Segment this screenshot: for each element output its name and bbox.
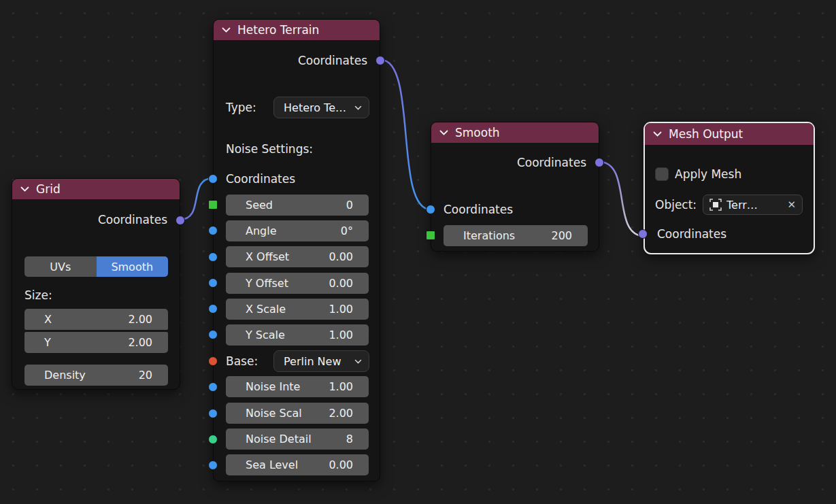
field-x-scale[interactable]: X Scale 1.00 <box>226 299 369 320</box>
field-density[interactable]: Density 20 <box>24 365 168 386</box>
node-title: Hetero Terrain <box>237 23 319 37</box>
output-label-coordinates: Coordinates <box>298 53 367 68</box>
field-value: 0° <box>341 224 353 237</box>
field-value: 2.00 <box>128 313 152 326</box>
type-dropdown[interactable]: Hetero Te… <box>273 97 369 118</box>
field-label: X Scale <box>246 303 286 316</box>
field-size-x[interactable]: X 2.00 <box>24 309 168 330</box>
field-label: Iterations <box>463 229 515 242</box>
chevron-down-icon[interactable] <box>20 186 29 192</box>
object-label: Object: <box>655 197 697 212</box>
mesh-object-icon <box>709 199 722 211</box>
dropdown-value: Hetero Te… <box>284 101 346 114</box>
toggle-option-smooth[interactable]: Smooth <box>97 256 169 277</box>
socket-y-offset-input[interactable] <box>208 278 218 288</box>
field-value: 0.00 <box>329 277 353 290</box>
input-label-coordinates: Coordinates <box>444 202 513 217</box>
node-smooth[interactable]: Smooth Coordinates Coordinates Iteration… <box>431 122 599 252</box>
field-value: 8 <box>346 433 353 446</box>
field-value: 1.00 <box>329 303 353 316</box>
node-grid-header[interactable]: Grid <box>12 179 180 199</box>
node-hetero-terrain[interactable]: Hetero Terrain Coordinates Type: Hetero … <box>213 19 380 482</box>
field-label: Angle <box>246 224 277 237</box>
socket-base-input[interactable] <box>208 356 218 366</box>
toggle-option-uvs[interactable]: UVs <box>24 256 97 277</box>
wire-grid-to-hetero-terrain <box>180 178 213 220</box>
node-editor-canvas[interactable]: Grid Coordinates UVs Smooth Size: X 2.00… <box>0 0 836 504</box>
input-label-coordinates: Coordinates <box>657 226 726 241</box>
socket-smooth-coordinates-input[interactable] <box>426 205 435 214</box>
base-dropdown[interactable]: Perlin New <box>273 350 369 372</box>
field-label: Y <box>44 336 51 349</box>
apply-mesh-checkbox[interactable] <box>655 167 669 181</box>
node-mesh-output[interactable]: Mesh Output Apply Mesh Object: Terr… ✕ C… <box>643 122 815 254</box>
uv-mode-toggle: UVs Smooth <box>24 256 168 277</box>
socket-x-scale-input[interactable] <box>208 304 218 314</box>
field-value: 1.00 <box>329 329 353 341</box>
field-value: 20 <box>139 369 152 382</box>
dropdown-value: Perlin New <box>284 355 341 368</box>
field-value: 0.00 <box>329 458 353 471</box>
field-angle[interactable]: Angle 0° <box>226 220 369 241</box>
noise-settings-label: Noise Settings: <box>226 141 313 156</box>
field-value: 2.00 <box>329 407 353 420</box>
node-mesh-output-header[interactable]: Mesh Output <box>645 123 814 145</box>
socket-seed-input[interactable] <box>208 200 218 209</box>
socket-hetero-coordinates-input[interactable] <box>208 174 218 184</box>
socket-noise-detail-input[interactable] <box>208 435 218 444</box>
field-value: 200 <box>551 229 572 242</box>
field-value: 2.00 <box>128 336 152 349</box>
field-label: Density <box>44 369 86 382</box>
node-title: Smooth <box>455 126 500 139</box>
socket-sea-level-input[interactable] <box>208 460 218 470</box>
wire-hetero-terrain-to-smooth <box>381 60 431 209</box>
field-label: Noise Scal <box>246 407 302 420</box>
socket-grid-coordinates-output[interactable] <box>175 216 185 225</box>
field-noise-detail[interactable]: Noise Detail 8 <box>226 429 369 450</box>
object-picker-field[interactable]: Terr… ✕ <box>703 195 803 215</box>
field-x-offset[interactable]: X Offset 0.00 <box>226 246 369 267</box>
output-label-coordinates: Coordinates <box>517 155 586 170</box>
field-label: Y Offset <box>246 277 288 290</box>
field-size-y[interactable]: Y 2.00 <box>24 332 168 353</box>
field-sea-level[interactable]: Sea Level 0.00 <box>226 454 369 475</box>
field-noise-intensity[interactable]: Noise Inte 1.00 <box>226 376 369 397</box>
close-icon[interactable]: ✕ <box>787 200 796 210</box>
node-hetero-terrain-header[interactable]: Hetero Terrain <box>214 20 380 40</box>
socket-hetero-coordinates-output[interactable] <box>375 56 385 65</box>
field-label: Sea Level <box>246 458 298 471</box>
node-grid[interactable]: Grid Coordinates UVs Smooth Size: X 2.00… <box>12 178 180 390</box>
socket-y-scale-input[interactable] <box>208 330 218 339</box>
node-title: Mesh Output <box>669 127 743 141</box>
input-label-coordinates: Coordinates <box>226 171 295 186</box>
output-label-coordinates: Coordinates <box>98 212 167 227</box>
field-label: Noise Detail <box>246 433 312 446</box>
field-label: Y Scale <box>246 329 285 341</box>
socket-angle-input[interactable] <box>208 226 218 235</box>
base-label: Base: <box>226 354 258 369</box>
field-label: Noise Inte <box>246 380 300 393</box>
socket-mesh-output-coordinates-input[interactable] <box>638 229 648 239</box>
node-smooth-header[interactable]: Smooth <box>431 122 599 143</box>
size-label: Size: <box>24 288 52 303</box>
chevron-down-icon[interactable] <box>653 131 662 137</box>
apply-mesh-label: Apply Mesh <box>675 167 741 182</box>
socket-x-offset-input[interactable] <box>208 252 218 262</box>
field-seed[interactable]: Seed 0 <box>226 195 369 216</box>
field-iterations[interactable]: Iterations 200 <box>444 225 588 246</box>
chevron-down-icon[interactable] <box>222 27 231 33</box>
field-label: Seed <box>246 199 273 212</box>
socket-smooth-coordinates-output[interactable] <box>595 158 604 167</box>
field-y-offset[interactable]: Y Offset 0.00 <box>226 273 369 294</box>
socket-iterations-input[interactable] <box>426 231 435 240</box>
chevron-down-icon[interactable] <box>439 130 448 135</box>
type-label: Type: <box>226 100 256 115</box>
field-noise-scale[interactable]: Noise Scal 2.00 <box>226 403 369 424</box>
field-value: 0 <box>346 199 353 212</box>
socket-noise-scale-input[interactable] <box>208 409 218 418</box>
socket-noise-intensity-input[interactable] <box>208 382 218 392</box>
wire-smooth-to-mesh-output <box>599 162 644 236</box>
chevron-down-icon <box>354 359 362 364</box>
field-y-scale[interactable]: Y Scale 1.00 <box>226 324 369 346</box>
field-label: X Offset <box>246 250 289 263</box>
